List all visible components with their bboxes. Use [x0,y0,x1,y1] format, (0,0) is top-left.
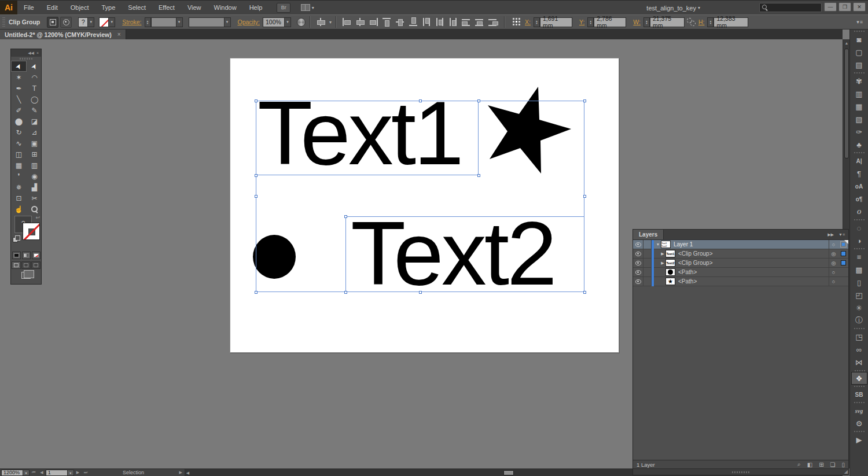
stroke-weight-caret-icon[interactable]: ▾ [176,17,183,27]
make-clip-mask-icon[interactable]: ◧ [807,462,812,468]
menu-item[interactable]: File [17,1,41,15]
type-tool[interactable]: T [27,83,42,94]
visibility-toggle[interactable] [633,277,643,286]
artboard-tool[interactable]: ⊡ [11,193,27,204]
w-stepper[interactable]: ▴▾ [643,17,650,27]
appearance-flower-icon[interactable]: ✳ [851,301,867,314]
character-icon[interactable]: A| [851,154,867,167]
magic-wand-tool[interactable]: ✶ [11,72,27,83]
actions-icon[interactable]: ⋈ [851,356,867,368]
symbols-icon[interactable]: ♣ [851,138,867,151]
new-layer-icon[interactable]: ❏ [830,462,836,468]
new-sublayer-icon[interactable]: ⊞ [819,462,823,468]
direct-selection-tool[interactable]: ➤ [27,61,42,72]
x-stepper[interactable]: ▴▾ [534,17,540,27]
document-tab[interactable]: Untitled-2* @ 1200% (CMYK/Preview) × [0,29,126,39]
stroke-weight-field[interactable] [151,17,176,27]
layer-label[interactable]: <Path> [678,269,829,275]
minimize-button[interactable]: — [824,2,837,12]
paragraph-icon[interactable]: ¶ [851,167,867,180]
stroke-weight-stepper[interactable]: ▴▾ [145,17,151,27]
ellipse-tool[interactable]: ◯ [27,94,42,105]
tools-close-icon[interactable]: × [36,51,39,55]
selection-handle[interactable] [583,195,586,198]
menu-item[interactable]: Type [95,1,122,15]
selection-handle[interactable] [477,174,480,177]
opacity-field[interactable]: 100% [263,17,285,27]
distribute-vertical-center-icon[interactable] [435,18,445,26]
blend-tool[interactable]: ◉ [27,171,42,182]
layer-thumbnail[interactable]: Text1 [665,250,675,257]
graphic-styles-icon[interactable]: ◰ [851,289,867,301]
selection-indicator[interactable] [838,268,848,277]
selection-indicator[interactable] [838,249,848,259]
slice-tool[interactable]: ✂ [27,193,42,204]
h-stepper[interactable]: ▴▾ [707,17,713,27]
visibility-toggle[interactable] [633,268,643,277]
align-horizontal-left-icon[interactable] [342,18,352,26]
selection-indicator[interactable] [838,259,848,268]
align-to-selection-button[interactable]: ▾ [314,18,332,26]
none-button[interactable] [32,252,41,259]
last-artboard-icon[interactable]: ⏭ [84,470,87,475]
perspective-grid-tool[interactable]: ⊞ [27,149,42,160]
menu-item[interactable]: View [181,1,208,15]
symbol-tools-icon[interactable]: ✑ [851,126,867,138]
swatches-icon[interactable]: ▦ [851,100,867,113]
ai-logo[interactable]: Ai [0,1,17,15]
visibility-toggle[interactable] [633,249,643,259]
blob-brush-tool[interactable]: ⬤ [11,116,27,127]
rotate-tool[interactable]: ↻ [11,127,27,138]
selection-handle[interactable] [583,291,586,294]
appearance-icon[interactable]: ◌ [851,222,867,234]
layers-collapse-icon[interactable]: ▶▶ [827,233,834,237]
y-stepper[interactable]: ▴▾ [587,17,594,27]
status-menu-icon[interactable]: ▶ [179,470,182,475]
scroll-left-icon[interactable]: ◀ [186,469,189,476]
locate-object-icon[interactable]: ⌕ [797,461,801,468]
layer-row-clip-group-1[interactable]: ▶ Text1 <Clip Group> ◎ [633,249,848,259]
free-transform-tool[interactable]: ▣ [27,138,42,149]
target-icon[interactable]: ◎ [829,249,838,259]
stroke-swatch[interactable] [23,223,40,240]
selection-handle[interactable] [419,99,422,102]
paragraph-styles-icon[interactable]: o¶ [851,193,867,205]
eyedropper-tool[interactable]: ❜ [11,171,27,182]
x-field[interactable]: 1,691 mm [540,17,572,27]
artboard-number-field[interactable]: 1 [46,470,68,476]
next-artboard-icon[interactable]: ▶ [76,470,79,475]
symbol-sprayer-tool[interactable]: ✵ [11,182,27,193]
gradient-button[interactable] [22,252,31,259]
search-input[interactable] [759,3,822,12]
edit-contents-button[interactable] [60,17,72,28]
opentype-icon[interactable]: oA [851,180,867,193]
layer-label[interactable]: <Path> [678,278,829,285]
menu-item[interactable]: Object [64,1,95,15]
layer-label[interactable]: <Clip Group> [678,260,829,266]
visibility-toggle[interactable] [633,240,643,249]
pencil-tool[interactable]: ✎ [27,105,42,116]
layer-thumbnail[interactable]: ★ [665,278,675,285]
selection-handle[interactable] [583,99,586,102]
first-artboard-icon[interactable]: ⏮ [32,470,35,475]
align-horizontal-center-icon[interactable] [355,18,365,26]
fill-caret-icon[interactable]: ▾ [109,17,115,27]
layer-row-path-circle[interactable]: <Path> ○ [633,268,848,277]
distribute-vertical-bottom-icon[interactable] [448,18,458,26]
visibility-toggle[interactable] [633,259,643,268]
menu-item[interactable]: Help [243,1,269,15]
pathfinder-icon[interactable]: ▩ [851,263,867,276]
menu-item[interactable]: Edit [41,1,64,15]
horizontal-scroll-thumb[interactable] [503,470,514,475]
target-icon[interactable]: ◎ [829,259,838,268]
column-graph-tool[interactable]: ▟ [27,182,42,193]
shape-builder-tool[interactable]: ◫ [11,149,27,160]
links-icon[interactable]: ∞ [851,343,867,356]
color-guide-icon[interactable]: ◙ [851,33,867,46]
brush-libraries-icon[interactable]: ▧ [851,113,867,126]
bridge-button[interactable]: Br [277,3,290,13]
selection-handle[interactable] [477,99,480,102]
svg-interactivity-icon[interactable]: svg [851,404,867,417]
prev-artboard-icon[interactable]: ◀ [40,470,43,475]
lock-toggle[interactable] [643,259,652,268]
